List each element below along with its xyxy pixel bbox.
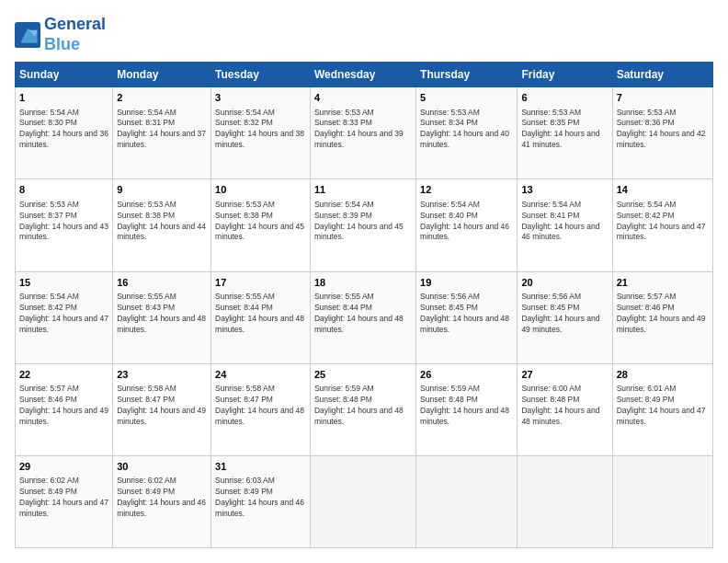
day-content: Sunrise: 5:57 AMSunset: 8:46 PMDaylight:… [19, 384, 108, 428]
week-row-0: 1 Sunrise: 5:54 AMSunset: 8:30 PMDayligh… [16, 87, 713, 179]
day-number: 12 [420, 183, 513, 197]
week-row-4: 29 Sunrise: 6:02 AMSunset: 8:49 PMDaylig… [16, 455, 713, 547]
day-number: 30 [117, 460, 207, 474]
day-cell: 16 Sunrise: 5:55 AMSunset: 8:43 PMDaylig… [113, 271, 211, 363]
logo-text: General Blue [44, 15, 106, 54]
day-content: Sunrise: 5:54 AMSunset: 8:42 PMDaylight:… [617, 200, 709, 244]
calendar-body: 1 Sunrise: 5:54 AMSunset: 8:30 PMDayligh… [16, 87, 713, 548]
header-cell-monday: Monday [113, 63, 211, 87]
day-cell: 8 Sunrise: 5:53 AMSunset: 8:37 PMDayligh… [16, 179, 113, 271]
day-number: 21 [617, 276, 709, 290]
logo-icon [15, 22, 40, 48]
day-cell [518, 455, 612, 547]
day-content: Sunrise: 6:00 AMSunset: 8:48 PMDaylight:… [521, 384, 608, 428]
day-content: Sunrise: 6:02 AMSunset: 8:49 PMDaylight:… [117, 476, 207, 520]
week-row-1: 8 Sunrise: 5:53 AMSunset: 8:37 PMDayligh… [16, 179, 713, 271]
day-cell: 30 Sunrise: 6:02 AMSunset: 8:49 PMDaylig… [113, 455, 211, 547]
day-content: Sunrise: 6:01 AMSunset: 8:49 PMDaylight:… [617, 384, 709, 428]
day-number: 14 [617, 183, 709, 197]
day-number: 5 [420, 91, 513, 105]
day-content: Sunrise: 5:54 AMSunset: 8:31 PMDaylight:… [117, 108, 207, 152]
day-number: 24 [215, 368, 306, 382]
day-content: Sunrise: 6:03 AMSunset: 8:49 PMDaylight:… [215, 476, 306, 520]
day-number: 22 [19, 368, 108, 382]
day-content: Sunrise: 5:55 AMSunset: 8:44 PMDaylight:… [314, 292, 412, 336]
day-number: 20 [521, 276, 608, 290]
day-content: Sunrise: 5:54 AMSunset: 8:30 PMDaylight:… [19, 108, 108, 152]
day-content: Sunrise: 5:53 AMSunset: 8:35 PMDaylight:… [521, 108, 608, 152]
day-content: Sunrise: 5:54 AMSunset: 8:42 PMDaylight:… [19, 292, 108, 336]
day-cell: 25 Sunrise: 5:59 AMSunset: 8:48 PMDaylig… [310, 363, 415, 455]
day-content: Sunrise: 6:02 AMSunset: 8:49 PMDaylight:… [19, 476, 108, 520]
day-cell: 2 Sunrise: 5:54 AMSunset: 8:31 PMDayligh… [113, 87, 211, 179]
day-number: 6 [521, 91, 608, 105]
day-number: 17 [215, 276, 306, 290]
day-content: Sunrise: 5:53 AMSunset: 8:38 PMDaylight:… [215, 200, 306, 244]
day-cell: 19 Sunrise: 5:56 AMSunset: 8:45 PMDaylig… [416, 271, 518, 363]
day-cell: 7 Sunrise: 5:53 AMSunset: 8:36 PMDayligh… [612, 87, 712, 179]
header-cell-wednesday: Wednesday [310, 63, 415, 87]
day-cell: 15 Sunrise: 5:54 AMSunset: 8:42 PMDaylig… [16, 271, 113, 363]
day-cell: 6 Sunrise: 5:53 AMSunset: 8:35 PMDayligh… [518, 87, 612, 179]
day-cell: 3 Sunrise: 5:54 AMSunset: 8:32 PMDayligh… [211, 87, 311, 179]
week-row-3: 22 Sunrise: 5:57 AMSunset: 8:46 PMDaylig… [16, 363, 713, 455]
day-content: Sunrise: 5:54 AMSunset: 8:32 PMDaylight:… [215, 108, 306, 152]
day-number: 28 [617, 368, 709, 382]
day-number: 4 [314, 91, 412, 105]
day-number: 25 [314, 368, 412, 382]
day-cell: 20 Sunrise: 5:56 AMSunset: 8:45 PMDaylig… [518, 271, 612, 363]
day-number: 26 [420, 368, 513, 382]
day-cell: 31 Sunrise: 6:03 AMSunset: 8:49 PMDaylig… [211, 455, 311, 547]
header-cell-sunday: Sunday [16, 63, 113, 87]
day-number: 23 [117, 368, 207, 382]
logo: General Blue [15, 15, 106, 54]
day-cell: 21 Sunrise: 5:57 AMSunset: 8:46 PMDaylig… [612, 271, 712, 363]
day-cell: 13 Sunrise: 5:54 AMSunset: 8:41 PMDaylig… [518, 179, 612, 271]
day-cell: 17 Sunrise: 5:55 AMSunset: 8:44 PMDaylig… [211, 271, 311, 363]
day-cell: 11 Sunrise: 5:54 AMSunset: 8:39 PMDaylig… [310, 179, 415, 271]
header-cell-friday: Friday [518, 63, 612, 87]
day-cell [612, 455, 712, 547]
day-cell: 1 Sunrise: 5:54 AMSunset: 8:30 PMDayligh… [16, 87, 113, 179]
day-content: Sunrise: 5:53 AMSunset: 8:36 PMDaylight:… [617, 108, 709, 152]
header-cell-tuesday: Tuesday [211, 63, 311, 87]
day-cell: 5 Sunrise: 5:53 AMSunset: 8:34 PMDayligh… [416, 87, 518, 179]
day-number: 16 [117, 276, 207, 290]
day-cell: 18 Sunrise: 5:55 AMSunset: 8:44 PMDaylig… [310, 271, 415, 363]
day-number: 13 [521, 183, 608, 197]
day-cell: 4 Sunrise: 5:53 AMSunset: 8:33 PMDayligh… [310, 87, 415, 179]
day-cell: 28 Sunrise: 6:01 AMSunset: 8:49 PMDaylig… [612, 363, 712, 455]
day-cell: 14 Sunrise: 5:54 AMSunset: 8:42 PMDaylig… [612, 179, 712, 271]
day-content: Sunrise: 5:56 AMSunset: 8:45 PMDaylight:… [521, 292, 608, 336]
day-content: Sunrise: 5:53 AMSunset: 8:34 PMDaylight:… [420, 108, 513, 152]
day-cell: 23 Sunrise: 5:58 AMSunset: 8:47 PMDaylig… [113, 363, 211, 455]
day-number: 2 [117, 91, 207, 105]
day-number: 18 [314, 276, 412, 290]
day-number: 29 [19, 460, 108, 474]
day-cell: 12 Sunrise: 5:54 AMSunset: 8:40 PMDaylig… [416, 179, 518, 271]
day-cell: 10 Sunrise: 5:53 AMSunset: 8:38 PMDaylig… [211, 179, 311, 271]
day-content: Sunrise: 5:53 AMSunset: 8:38 PMDaylight:… [117, 200, 207, 244]
day-number: 27 [521, 368, 608, 382]
day-content: Sunrise: 5:55 AMSunset: 8:43 PMDaylight:… [117, 292, 207, 336]
calendar-table: SundayMondayTuesdayWednesdayThursdayFrid… [15, 62, 713, 548]
day-number: 11 [314, 183, 412, 197]
day-number: 31 [215, 460, 306, 474]
day-content: Sunrise: 5:57 AMSunset: 8:46 PMDaylight:… [617, 292, 709, 336]
week-row-2: 15 Sunrise: 5:54 AMSunset: 8:42 PMDaylig… [16, 271, 713, 363]
day-number: 19 [420, 276, 513, 290]
day-cell: 27 Sunrise: 6:00 AMSunset: 8:48 PMDaylig… [518, 363, 612, 455]
day-content: Sunrise: 5:58 AMSunset: 8:47 PMDaylight:… [117, 384, 207, 428]
day-cell [310, 455, 415, 547]
day-number: 15 [19, 276, 108, 290]
day-number: 9 [117, 183, 207, 197]
day-cell: 9 Sunrise: 5:53 AMSunset: 8:38 PMDayligh… [113, 179, 211, 271]
day-cell [416, 455, 518, 547]
header: General Blue [15, 15, 713, 54]
day-content: Sunrise: 5:58 AMSunset: 8:47 PMDaylight:… [215, 384, 306, 428]
day-content: Sunrise: 5:53 AMSunset: 8:37 PMDaylight:… [19, 200, 108, 244]
day-content: Sunrise: 5:54 AMSunset: 8:41 PMDaylight:… [521, 200, 608, 244]
day-number: 8 [19, 183, 108, 197]
calendar-header-row: SundayMondayTuesdayWednesdayThursdayFrid… [16, 63, 713, 87]
day-content: Sunrise: 5:55 AMSunset: 8:44 PMDaylight:… [215, 292, 306, 336]
